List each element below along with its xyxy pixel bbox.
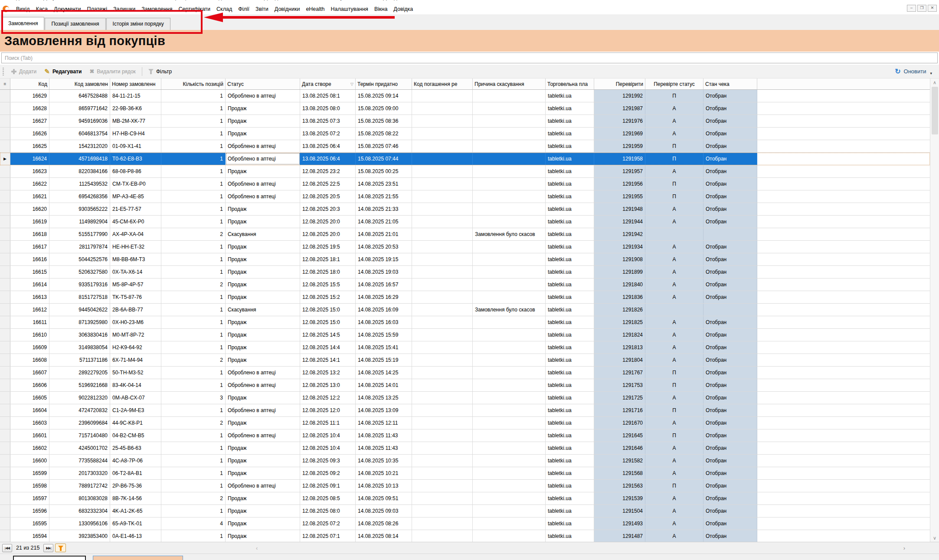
chevron-down-icon[interactable]: ▾ bbox=[930, 71, 932, 75]
cell[interactable] bbox=[473, 505, 546, 517]
cell[interactable]: 12.08.2025 15:0 bbox=[300, 304, 356, 316]
cell[interactable]: 12.08.2025 20:0 bbox=[300, 216, 356, 228]
row-selector[interactable] bbox=[0, 228, 10, 240]
table-row[interactable]: 166216954268356MP-A3-4E-851Оброблено в а… bbox=[0, 190, 930, 203]
cell[interactable]: tabletki.ua bbox=[546, 517, 594, 530]
scroll-up-icon[interactable]: ∧ bbox=[933, 80, 936, 85]
table-row[interactable]: 16603239609968444-9C-K8-P12Продаж12.08.2… bbox=[0, 417, 930, 429]
cell[interactable]: 16594 bbox=[10, 530, 49, 542]
cell[interactable]: 14.08.2025 21:33 bbox=[356, 203, 412, 215]
cell[interactable]: 12.08.2025 10:4 bbox=[300, 442, 356, 454]
cell[interactable]: 16602 bbox=[10, 442, 49, 454]
cell[interactable]: 8013083028 bbox=[49, 492, 110, 504]
cell[interactable]: 1291987 bbox=[594, 102, 645, 115]
column-header[interactable]: Дата створе▽ bbox=[300, 79, 356, 89]
cell[interactable]: MP-A3-4E-85 bbox=[110, 190, 161, 203]
cell[interactable]: 15.08.2025 08:22 bbox=[356, 128, 412, 140]
cell[interactable]: 9445042622 bbox=[49, 304, 110, 316]
cell[interactable]: Продаж bbox=[226, 115, 300, 127]
cell[interactable] bbox=[412, 367, 473, 379]
cell[interactable]: tabletki.ua bbox=[546, 140, 594, 152]
row-selector[interactable] bbox=[0, 304, 10, 316]
cell[interactable]: 7157140480 bbox=[49, 429, 110, 442]
cell[interactable]: П bbox=[645, 90, 703, 102]
cell[interactable]: 5711371186 bbox=[49, 354, 110, 366]
cell[interactable]: 14.08.2025 11:43 bbox=[356, 442, 412, 454]
cell[interactable] bbox=[473, 367, 546, 379]
cell[interactable] bbox=[473, 266, 546, 278]
cell[interactable]: Оброблено в аптеці bbox=[226, 90, 300, 102]
cell[interactable]: А bbox=[645, 505, 703, 517]
cell[interactable]: 1291493 bbox=[594, 517, 645, 530]
cell[interactable]: 1291959 bbox=[594, 140, 645, 152]
cell[interactable]: Отобран bbox=[703, 90, 757, 102]
cell[interactable]: 2 bbox=[161, 354, 226, 366]
cell[interactable]: А bbox=[645, 517, 703, 530]
cell[interactable] bbox=[473, 291, 546, 303]
cell[interactable]: 1291957 bbox=[594, 165, 645, 177]
cell[interactable]: 16613 bbox=[10, 291, 49, 303]
cell[interactable]: А bbox=[645, 530, 703, 542]
cell[interactable]: 14.08.2025 16:09 bbox=[356, 304, 412, 316]
cell[interactable]: 1 bbox=[161, 404, 226, 416]
cell[interactable] bbox=[412, 467, 473, 479]
edit-button[interactable]: ✎ Редагувати bbox=[40, 67, 85, 76]
cell[interactable]: 16628 bbox=[10, 102, 49, 115]
cell[interactable]: 12.08.2025 18:1 bbox=[300, 253, 356, 265]
cell[interactable]: 16611 bbox=[10, 316, 49, 328]
cell[interactable]: Продаж bbox=[226, 241, 300, 253]
cell[interactable]: А bbox=[645, 341, 703, 354]
cell[interactable] bbox=[473, 392, 546, 404]
cell[interactable] bbox=[473, 253, 546, 265]
cell[interactable]: 14.08.2025 12:11 bbox=[356, 417, 412, 429]
cell[interactable]: А bbox=[645, 253, 703, 265]
cell[interactable]: tabletki.ua bbox=[546, 329, 594, 341]
row-selector[interactable] bbox=[0, 316, 10, 328]
table-row[interactable]: 166149335179316M5-8P-4P-572Продаж12.08.2… bbox=[0, 278, 930, 291]
cell[interactable]: 1 bbox=[161, 429, 226, 442]
cell[interactable]: 12.08.2025 13:2 bbox=[300, 367, 356, 379]
cell[interactable] bbox=[473, 90, 546, 102]
cell[interactable]: 12.08.2025 11:1 bbox=[300, 417, 356, 429]
minimize-button[interactable]: – bbox=[907, 5, 916, 12]
cell[interactable]: 1291934 bbox=[594, 241, 645, 253]
cell[interactable] bbox=[473, 354, 546, 366]
cell[interactable] bbox=[473, 241, 546, 253]
table-row[interactable]: 16629646752848884-11-21-151Оброблено в а… bbox=[0, 90, 930, 102]
cell[interactable]: 16622 bbox=[10, 178, 49, 190]
cell[interactable]: 1291563 bbox=[594, 480, 645, 492]
cell[interactable]: 1 bbox=[161, 379, 226, 391]
cell[interactable]: tabletki.ua bbox=[546, 190, 594, 203]
cell[interactable] bbox=[473, 379, 546, 391]
cell[interactable]: tabletki.ua bbox=[546, 266, 594, 278]
cell[interactable]: 16619 bbox=[10, 216, 49, 228]
cell[interactable]: 14.08.2025 14:25 bbox=[356, 367, 412, 379]
cell[interactable]: Продаж bbox=[226, 102, 300, 115]
cell[interactable]: Отобран bbox=[703, 115, 757, 127]
row-selector[interactable] bbox=[0, 90, 10, 102]
cell[interactable] bbox=[412, 455, 473, 467]
cell[interactable]: 1 bbox=[161, 165, 226, 177]
cell[interactable]: 25-45-B6-63 bbox=[110, 442, 161, 454]
cell[interactable]: 1125439532 bbox=[49, 178, 110, 190]
cell[interactable]: А bbox=[645, 278, 703, 291]
table-row[interactable]: 16628865977164222-9B-36-K61Продаж13.08.2… bbox=[0, 102, 930, 115]
cell[interactable]: Продаж bbox=[226, 128, 300, 140]
scroll-left-icon[interactable]: ‹ bbox=[256, 545, 258, 551]
column-header[interactable]: Термін придатно bbox=[356, 79, 412, 89]
bottom-tab-highlighted[interactable] bbox=[93, 556, 183, 560]
cell[interactable]: 16616 bbox=[10, 253, 49, 265]
cell[interactable] bbox=[473, 442, 546, 454]
cell[interactable]: 1291825 bbox=[594, 316, 645, 328]
vertical-scrollbar[interactable]: ∧ ∨ bbox=[930, 79, 939, 542]
cell[interactable]: 9022812320 bbox=[49, 392, 110, 404]
cell[interactable]: 14.08.2025 10:35 bbox=[356, 455, 412, 467]
cell[interactable]: 1 bbox=[161, 505, 226, 517]
cell[interactable]: M8-BB-6M-T3 bbox=[110, 253, 161, 265]
cell[interactable] bbox=[473, 153, 546, 165]
cell[interactable]: А bbox=[645, 455, 703, 467]
cell[interactable] bbox=[412, 354, 473, 366]
cell[interactable]: 14.08.2025 19:15 bbox=[356, 253, 412, 265]
cell[interactable] bbox=[473, 530, 546, 542]
grid-filter-toggle-button[interactable] bbox=[55, 544, 66, 552]
